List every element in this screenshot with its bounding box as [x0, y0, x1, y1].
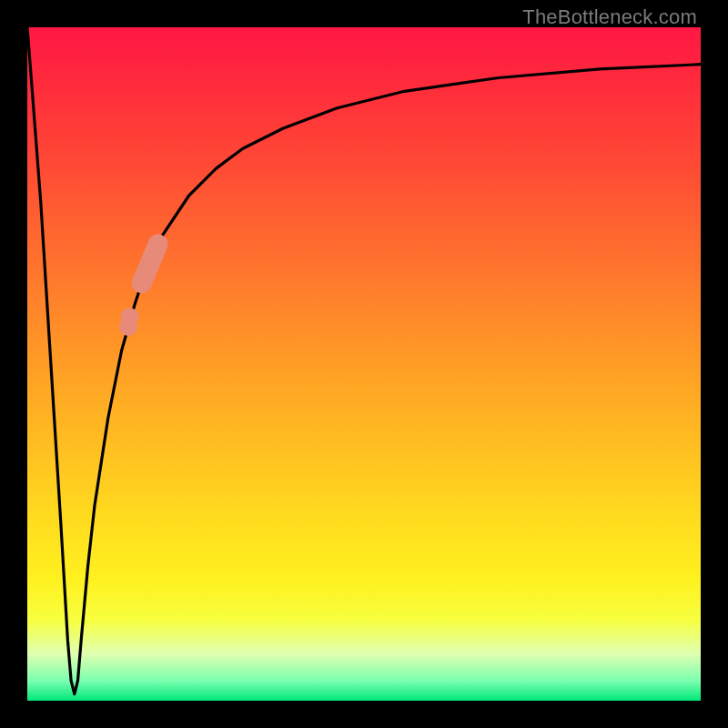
plot-area: [27, 27, 701, 701]
highlight-dot: [119, 318, 137, 336]
highlight-dot: [147, 240, 165, 258]
bottleneck-curve: [27, 27, 701, 694]
curve-layer: [27, 27, 701, 701]
highlight-dots: [119, 240, 165, 336]
watermark-label: TheBottleneck.com: [522, 5, 697, 29]
chart-frame: TheBottleneck.com: [0, 0, 728, 728]
